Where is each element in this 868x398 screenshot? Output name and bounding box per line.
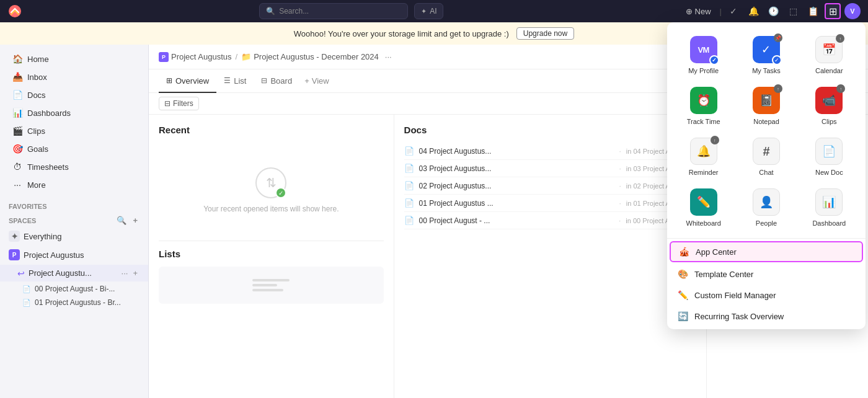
recent-empty-icon: ⇅ ✓	[255, 167, 286, 198]
sidebar-item-clips[interactable]: 🎬 Clips	[4, 122, 144, 139]
add-space-btn[interactable]: +	[131, 215, 140, 226]
sidebar-label-home: Home	[27, 55, 49, 64]
people-icon: 👤	[753, 188, 780, 216]
doc-item-03[interactable]: 📄 03 Project Augustus... · in 03 Project…	[404, 160, 696, 177]
my-tasks-label: My Tasks	[752, 67, 781, 74]
breadcrumb-folder[interactable]: 📁 Project Augustus - December 2024	[241, 52, 379, 61]
topbar-center: 🔍 Search... ✦ AI	[259, 3, 443, 19]
doc-item-00[interactable]: 📄 00 Project August - ... · in 00 Projec…	[404, 212, 696, 229]
subitem-00-label: 00 Project August - Bi-...	[35, 285, 115, 293]
doc-item-01[interactable]: 📄 01 Project Augustus ... · in 01 Projec…	[404, 195, 696, 212]
doc-icon-04: 📄	[404, 146, 414, 156]
apps-popup: VM ✓ My Profile ✓ 📌 ✓ My Tasks 📅 ↑	[667, 22, 866, 329]
my-profile-label: My Profile	[688, 67, 719, 74]
popup-item-custom-field-manager[interactable]: ✏️ Custom Field Manager	[667, 285, 866, 306]
reminder-icon: 🔔 ↑	[690, 138, 717, 165]
tab-list-label: List	[234, 76, 246, 86]
breadcrumb-folder-label: Project Augustus - December 2024	[254, 52, 379, 61]
upgrade-button[interactable]: Upgrade now	[516, 27, 574, 40]
sidebar-item-dashboards[interactable]: 📊 Dashboards	[4, 104, 144, 122]
sidebar-item-timesheets[interactable]: ⏱ Timesheets	[4, 158, 144, 175]
my-tasks-pin: 📌	[774, 33, 782, 42]
app-logo[interactable]	[7, 4, 22, 19]
tab-add-icon: +	[304, 76, 309, 86]
clock-icon[interactable]: 🕐	[765, 3, 781, 19]
tab-board[interactable]: ⊟ Board	[254, 69, 299, 93]
sidebar-item-goals[interactable]: 🎯 Goals	[4, 140, 144, 157]
calendar-icon: 📅 ↑	[815, 36, 843, 63]
favorites-label: Favorites	[9, 203, 47, 210]
subitem-00[interactable]: 📄 00 Project August - Bi-...	[0, 282, 148, 296]
doc-icon-02: 📄	[404, 181, 414, 190]
sidebar-item-more[interactable]: ··· More	[4, 176, 144, 193]
tab-add-label: View	[312, 76, 329, 86]
doc-dot-03: ·	[619, 164, 621, 173]
sidebar-item-project-augustus[interactable]: P Project Augustus ··· +	[0, 246, 148, 263]
ai-button[interactable]: ✦ AI	[414, 3, 443, 19]
sub-add-btn[interactable]: +	[131, 268, 140, 278]
tab-overview[interactable]: ⊞ Overview	[159, 69, 216, 93]
screen-icon[interactable]: ⬚	[785, 3, 801, 19]
notepad-pin: ↑	[774, 84, 782, 93]
sidebar-label-timesheets: Timesheets	[27, 162, 69, 172]
sidebar-item-home[interactable]: 🏠 Home	[4, 50, 144, 68]
clipboard-icon[interactable]: 📋	[805, 3, 821, 19]
search-bar[interactable]: 🔍 Search...	[259, 3, 408, 19]
sub-more-btn[interactable]: ···	[120, 268, 130, 278]
popup-item-app-center[interactable]: 🎪 App Center	[670, 241, 863, 262]
popup-item-recurring-task[interactable]: 🔄 Recurring Task Overview	[667, 306, 866, 327]
popup-item-new-doc[interactable]: 📄 New Doc	[798, 131, 861, 182]
tab-add-view[interactable]: + View	[299, 76, 334, 86]
reminder-label: Reminder	[689, 169, 719, 176]
dashboards-icon: 📊	[12, 108, 22, 118]
project-augustus-add-btn[interactable]: +	[131, 250, 140, 260]
search-spaces-btn[interactable]: 🔍	[115, 215, 128, 226]
clips-icon: 📹 ↑	[815, 87, 843, 114]
sidebar-item-inbox[interactable]: 📥 Inbox	[4, 68, 144, 86]
popup-item-people[interactable]: 👤 People	[735, 182, 797, 233]
doc-name-02: 02 Project Augustus...	[419, 182, 614, 190]
filter-button[interactable]: ⊟ Filters	[159, 97, 199, 110]
dashboard-icon: 📊	[815, 188, 843, 216]
notifications-icon[interactable]: 🔔	[745, 3, 761, 19]
popup-item-chat[interactable]: # Chat	[735, 131, 797, 182]
doc-item-02[interactable]: 📄 02 Project Augustus... · in 02 Project…	[404, 177, 696, 195]
breadcrumb-project-augustus[interactable]: P Project Augustus	[159, 52, 232, 62]
new-button[interactable]: ⊕ New	[681, 5, 716, 18]
popup-item-whiteboard[interactable]: ✏️ Whiteboard	[672, 182, 735, 233]
custom-field-icon: ✏️	[677, 290, 688, 300]
breadcrumb-more-btn[interactable]: ···	[385, 52, 392, 61]
sidebar: 🏠 Home 📥 Inbox 📄 Docs 📊 Dashboards 🎬 Cli…	[0, 45, 149, 398]
popup-item-calendar[interactable]: 📅 ↑ Calendar	[798, 30, 861, 81]
avatar[interactable]: V	[844, 3, 861, 19]
grid-button[interactable]: ⊞	[825, 3, 841, 19]
sidebar-item-docs[interactable]: 📄 Docs	[4, 86, 144, 104]
popup-item-my-profile[interactable]: VM ✓ My Profile	[672, 30, 735, 81]
popup-item-template-center[interactable]: 🎨 Template Center	[667, 263, 866, 285]
popup-item-my-tasks[interactable]: ✓ 📌 ✓ My Tasks	[735, 30, 797, 81]
calendar-pin: ↑	[836, 34, 844, 43]
my-profile-check: ✓	[709, 55, 719, 65]
doc-icon-03: 📄	[404, 164, 414, 173]
doc-name-04: 04 Project Augustus...	[419, 147, 614, 156]
subitem-01[interactable]: 📄 01 Project Augustus - Br...	[0, 296, 148, 309]
popup-item-clips[interactable]: 📹 ↑ Clips	[798, 81, 861, 131]
popup-item-reminder[interactable]: 🔔 ↑ Reminder	[672, 131, 735, 182]
track-time-label: Track Time	[687, 118, 720, 125]
spaces-actions: 🔍 +	[115, 215, 140, 226]
list-line-3	[252, 289, 283, 291]
popup-item-track-time[interactable]: ⏰ Track Time	[672, 81, 735, 131]
sidebar-item-project-augustus-sub[interactable]: ↩ Project Augustu... ··· +	[0, 265, 148, 281]
reminder-pin: ↑	[711, 136, 719, 144]
more-icon: ···	[12, 180, 22, 190]
popup-item-dashboard[interactable]: 📊 Dashboard	[798, 182, 861, 233]
status-icon[interactable]: ✓	[725, 3, 742, 19]
doc-item-04[interactable]: 📄 04 Project Augustus... · in 04 Project…	[404, 143, 696, 160]
popup-item-notepad[interactable]: 📓 ↑ Notepad	[735, 81, 797, 131]
notepad-label: Notepad	[753, 118, 779, 125]
sidebar-item-everything[interactable]: ✦ Everything	[0, 228, 148, 245]
project-augustus-more-btn[interactable]: ···	[120, 250, 130, 260]
recurring-task-label: Recurring Task Overview	[694, 312, 784, 321]
lists-section: Lists	[159, 241, 384, 304]
tab-list[interactable]: ☰ List	[216, 69, 254, 93]
